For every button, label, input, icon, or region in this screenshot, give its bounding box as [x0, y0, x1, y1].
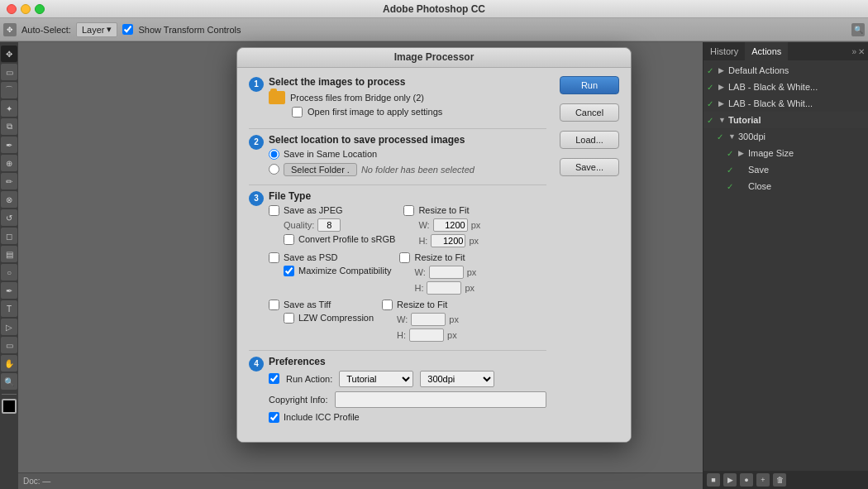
new-action-icon[interactable]: + — [756, 473, 770, 487]
icc-profile-checkbox[interactable] — [269, 412, 279, 423]
dialog-buttons: Run Cancel Load... Save... — [560, 76, 619, 181]
list-item[interactable]: ✓ ▶ LAB - Black & Whit... — [703, 95, 868, 112]
shape-tool[interactable]: ▭ — [1, 337, 17, 353]
search-icon[interactable]: 🔍 — [851, 23, 865, 36]
panel-close-icon[interactable]: ✕ — [858, 47, 865, 56]
tiff-section: Save as Tiff LZW Compression — [269, 300, 546, 342]
transform-controls-checkbox[interactable] — [122, 24, 133, 35]
close-window-button[interactable] — [7, 4, 17, 14]
crop-tool[interactable]: ⧉ — [1, 118, 17, 135]
pen-tool[interactable]: ✒ — [1, 282, 17, 299]
section-1-row2: Open first image to apply settings — [292, 107, 546, 117]
section-1-num: 1 — [249, 77, 264, 92]
psd-resize-label: Resize to Fit — [414, 252, 465, 262]
jpeg-height-input[interactable] — [431, 234, 465, 247]
tiff-resize-checkbox[interactable] — [382, 300, 393, 310]
status-text: Doc: — — [23, 477, 50, 486]
psd-resize-checkbox[interactable] — [399, 252, 410, 263]
eyedropper-tool[interactable]: ✒ — [1, 137, 17, 153]
minimize-window-button[interactable] — [21, 4, 31, 14]
psd-resize-row: Resize to Fit — [399, 252, 476, 263]
jpeg-left-col: Save as JPEG Quality: Convert Profile to… — [269, 205, 395, 247]
save-psd-checkbox[interactable] — [269, 252, 279, 263]
maximize-window-button[interactable] — [35, 4, 45, 14]
tiff-width-input[interactable] — [411, 313, 446, 326]
tab-history[interactable]: History — [703, 42, 745, 60]
check-icon: ✓ — [717, 132, 728, 141]
transform-controls-label: Show Transform Controls — [138, 25, 241, 35]
list-item[interactable]: ✓ ▼ Tutorial — [703, 112, 868, 128]
run-button[interactable]: Run — [560, 76, 619, 94]
list-item[interactable]: ✓ Save — [703, 161, 868, 178]
list-item[interactable]: ✓ ▶ LAB - Black & White... — [703, 79, 868, 95]
path-select-tool[interactable]: ▷ — [1, 319, 17, 335]
load-button[interactable]: Load... — [560, 131, 619, 149]
lzw-compress-checkbox[interactable] — [284, 313, 294, 324]
text-tool[interactable]: T — [1, 300, 17, 317]
save-button[interactable]: Save... — [560, 158, 619, 176]
cancel-button[interactable]: Cancel — [560, 103, 619, 122]
delete-action-icon[interactable]: 🗑 — [773, 473, 786, 487]
jpeg-quality-input[interactable] — [317, 218, 341, 232]
run-action-checkbox[interactable] — [269, 373, 279, 384]
convert-profile-checkbox[interactable] — [284, 234, 294, 245]
select-folder-button[interactable]: Select Folder . — [284, 163, 357, 176]
maximize-compat-checkbox[interactable] — [284, 266, 294, 276]
tiff-h-label: H: — [397, 330, 406, 340]
list-item[interactable]: ✓ Close — [703, 178, 868, 194]
clone-stamp-tool[interactable]: ⊗ — [1, 191, 17, 208]
move-tool-icon[interactable]: ✥ — [3, 23, 17, 36]
spot-heal-tool[interactable]: ⊕ — [1, 155, 17, 171]
hand-tool[interactable]: ✋ — [1, 355, 17, 372]
zoom-tool[interactable]: 🔍 — [1, 373, 17, 390]
save-tiff-checkbox[interactable] — [269, 300, 279, 310]
lzw-compress-row: LZW Compression — [284, 313, 374, 324]
action-select[interactable]: Tutorial — [339, 371, 413, 387]
panel-menu-icon[interactable]: » — [851, 47, 856, 56]
stop-icon[interactable]: ■ — [707, 473, 720, 487]
expand-icon: ▼ — [718, 116, 728, 124]
marquee-tool[interactable]: ▭ — [1, 64, 17, 80]
list-item[interactable]: ✓ ▼ 300dpi — [703, 128, 868, 145]
action-sub-select[interactable]: 300dpi — [420, 371, 494, 387]
magic-wand-tool[interactable]: ✦ — [1, 100, 17, 117]
psd-w-unit: px — [467, 267, 477, 277]
tiff-right-col: Resize to Fit W: px H: — [382, 300, 459, 342]
tiff-w-unit: px — [449, 314, 459, 324]
lasso-tool[interactable]: ⌒ — [1, 82, 17, 98]
psd-height-input[interactable] — [427, 281, 461, 295]
brush-tool[interactable]: ✏ — [1, 173, 17, 189]
save-same-location-radio[interactable] — [269, 149, 279, 160]
foreground-color[interactable] — [2, 399, 17, 414]
select-folder-radio[interactable] — [269, 164, 279, 175]
save-jpeg-checkbox[interactable] — [269, 205, 279, 216]
check-icon: ✓ — [727, 182, 738, 191]
play-icon[interactable]: ▶ — [723, 473, 737, 487]
collapse-icon: ▶ — [718, 66, 728, 74]
open-first-image-checkbox[interactable] — [292, 107, 303, 117]
psd-width-input[interactable] — [429, 266, 464, 279]
copyright-input[interactable] — [335, 391, 546, 408]
record-icon[interactable]: ● — [740, 473, 753, 487]
layer-select[interactable]: Layer ▾ — [76, 22, 118, 37]
psd-section: Save as PSD Maximize Compatibility — [269, 252, 546, 295]
gradient-tool[interactable]: ▤ — [1, 246, 17, 262]
tab-actions[interactable]: Actions — [745, 42, 788, 60]
bridge-folder-icon — [269, 91, 285, 104]
psd-h-row: H: px — [414, 281, 476, 295]
action-label: Save — [748, 165, 868, 175]
tiff-h-row: H: px — [397, 328, 459, 342]
list-item[interactable]: ✓ ▶ Image Size — [703, 145, 868, 161]
tiff-height-input[interactable] — [409, 328, 444, 342]
dialog-main-content: 1 Select the images to process Process f… — [249, 76, 619, 425]
history-brush-tool[interactable]: ↺ — [1, 209, 17, 226]
tiff-h-unit: px — [447, 330, 457, 340]
jpeg-h-unit: px — [469, 236, 479, 246]
list-item[interactable]: ✓ ▶ Default Actions — [703, 62, 868, 79]
eraser-tool[interactable]: ◻ — [1, 228, 17, 244]
jpeg-width-input[interactable] — [433, 218, 468, 232]
jpeg-resize-checkbox[interactable] — [403, 205, 414, 216]
run-action-row: Run Action: Tutorial 300dpi — [269, 371, 546, 387]
move-tool[interactable]: ✥ — [1, 46, 17, 62]
dodge-tool[interactable]: ○ — [1, 264, 17, 280]
